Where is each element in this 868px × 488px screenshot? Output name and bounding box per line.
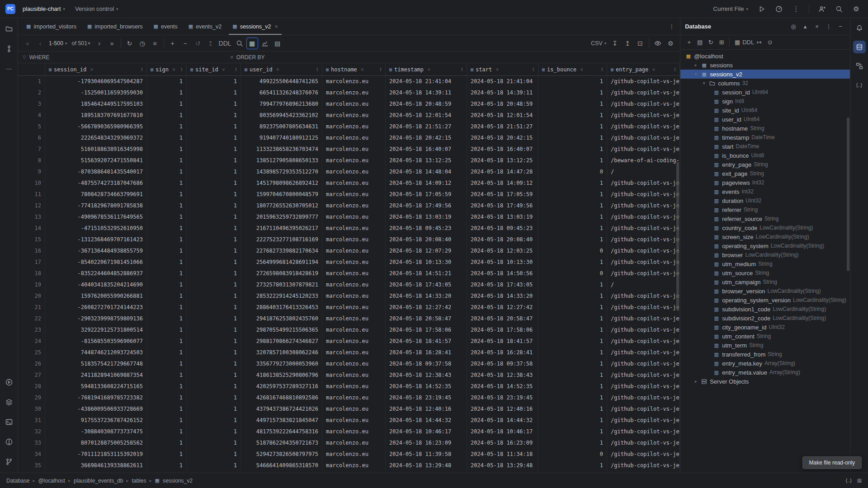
ddl-button[interactable]: DDL (217, 38, 233, 49)
cell-is_bounce[interactable]: 0 (538, 245, 607, 257)
cell-start[interactable]: 2024-05-18 09:45:23 (467, 223, 538, 234)
cell-session_id[interactable]: -7681941689785723382 (45, 392, 147, 404)
filter-icon[interactable]: ▽ (496, 67, 498, 72)
cell-is_bounce[interactable]: 1 (538, 347, 607, 358)
cell-sign[interactable]: 1 (147, 178, 187, 189)
table-row[interactable]: 10-4875574273187047686111451798098626892… (18, 178, 680, 189)
cell-hostname[interactable]: marcolenzo.eu (322, 87, 386, 99)
cell-user_id[interactable]: 803569945423362102 (241, 110, 322, 121)
detach-button[interactable]: ⊞ (717, 38, 726, 47)
cell-sign[interactable]: 1 (147, 347, 187, 358)
cell-is_bounce[interactable]: 1 (538, 381, 607, 392)
cell-user_id[interactable]: 2167110496395026217 (241, 223, 322, 234)
cell-hostname[interactable]: marcolenzo.eu (322, 178, 386, 189)
cell-session_id[interactable]: 2226548343293069372 (45, 132, 147, 144)
column-header-sign[interactable]: ▥sign▽▴▾ (147, 63, 187, 75)
more-tool-windows-button[interactable]: ⋯ (3, 62, 15, 75)
table-row[interactable]: 5-56678903659809663951189237500780563463… (18, 121, 680, 132)
table-row[interactable]: 3185464244951759510311799477976896213680… (18, 99, 680, 110)
cell-entry_page[interactable]: /github-copilot-vs-jetbrains (607, 110, 680, 121)
cell-session_id[interactable]: 2411828941069887354 (45, 370, 147, 381)
cell-sign[interactable]: 1 (147, 189, 187, 200)
sort-icon[interactable]: ▴▾ (235, 67, 237, 72)
cell-hostname[interactable]: marcolenzo.eu (322, 291, 386, 302)
cell-start[interactable]: 2024-05-18 14:44:32 (467, 415, 538, 426)
cell-site_id[interactable]: 1 (187, 313, 241, 324)
cell-sign[interactable]: 1 (147, 336, 187, 347)
cell-is_bounce[interactable]: 1 (538, 426, 607, 437)
cell-session_id[interactable]: 1597620055990266881 (45, 291, 147, 302)
filter-icon[interactable]: ▽ (580, 67, 583, 72)
cell-is_bounce[interactable]: 1 (538, 370, 607, 381)
table-row[interactable]: 34-7011121853115392019115294273826508797… (18, 449, 680, 460)
cell-user_id[interactable]: 892375007805634631 (241, 121, 322, 132)
tree-field-entry_meta.key[interactable]: ▥entry_meta.keyArray(String) (680, 359, 850, 368)
cell-hostname[interactable]: marcolenzo.eu (322, 324, 386, 336)
cell-site_id[interactable]: 1 (187, 449, 241, 460)
cell-start[interactable]: 2024-05-18 14:39:11 (467, 87, 538, 99)
cell-entry_page[interactable]: /github-copilot-vs-jetbrains (607, 449, 680, 460)
cell-hostname[interactable]: marcolenzo.eu (322, 437, 386, 449)
cell-hostname[interactable]: marcolenzo.eu (322, 200, 386, 211)
table-row[interactable]: 9-87038864814355400171114389857293535122… (18, 166, 680, 178)
tree-field-operating_system[interactable]: ▥operating_systemLowCardinality(String) (680, 241, 850, 250)
cell-sign[interactable]: 1 (147, 279, 187, 291)
table-row[interactable]: 2859481336082247151651142025975372893271… (18, 381, 680, 392)
cell-user_id[interactable]: 4379437386724421026 (241, 404, 322, 415)
cell-user_id[interactable]: 799477976896213680 (241, 99, 322, 110)
pivot-button[interactable]: ▤ (272, 38, 283, 49)
cell-site_id[interactable]: 1 (187, 189, 241, 200)
cell-is_bounce[interactable]: 1 (538, 324, 607, 336)
table-row[interactable]: 24-8156855035969060771129881708662743468… (18, 336, 680, 347)
table-row[interactable]: 17-8540220671981451066112564999681428691… (18, 257, 680, 268)
tree-view-options-button[interactable]: ⊙ (765, 38, 775, 47)
cell-is_bounce[interactable]: 1 (538, 336, 607, 347)
table-row[interactable]: 1-17930460695475042871149922550644874126… (18, 76, 680, 87)
sort-icon[interactable]: ▴▾ (316, 67, 318, 72)
cell-is_bounce[interactable]: 0 (538, 449, 607, 460)
cell-is_bounce[interactable]: 1 (538, 87, 607, 99)
cell-hostname[interactable]: marcolenzo.eu (322, 415, 386, 426)
table-row[interactable]: 32-3088403087737374751148175392226447583… (18, 426, 680, 437)
cell-session_id[interactable]: -4386009506933728669 (45, 404, 147, 415)
cell-start[interactable]: 2024-05-18 12:40:16 (467, 404, 538, 415)
cell-sign[interactable]: 1 (147, 132, 187, 144)
table-row[interactable]: 3536698461393388626111154666414098653185… (18, 460, 680, 471)
cell-timestamp[interactable]: 2024-05-18 14:44:32 (386, 415, 467, 426)
filter-icon[interactable]: ▽ (361, 67, 363, 72)
cell-entry_page[interactable]: /github-copilot-vs-jetbrains (607, 234, 680, 245)
table-row[interactable]: 15-1312368469707161423112227523277108716… (18, 234, 680, 245)
cell-sign[interactable]: 1 (147, 144, 187, 155)
cell-sign[interactable]: 1 (147, 392, 187, 404)
cell-hostname[interactable]: marcolenzo.eu (322, 404, 386, 415)
cell-site_id[interactable]: 1 (187, 132, 241, 144)
cell-is_bounce[interactable]: 1 (538, 257, 607, 268)
cell-session_id[interactable]: 5948133608224715165 (45, 381, 147, 392)
tree-field-subdivision1_code[interactable]: ▥subdivision1_codeLowCardinality(String) (680, 305, 850, 314)
table-row[interactable]: 2724118289410698873541141861385252908067… (18, 370, 680, 381)
commit-tool-button[interactable] (3, 42, 15, 55)
cell-user_id[interactable]: 2276827339882170634 (241, 245, 322, 257)
cell-sign[interactable]: 1 (147, 404, 187, 415)
cell-entry_page[interactable]: /github-copilot-vs-jetbrains (607, 132, 680, 144)
first-page-button[interactable]: « (22, 38, 33, 49)
diagram-tool-button[interactable] (853, 60, 866, 72)
cell-session_id[interactable]: -8540220671981451066 (45, 257, 147, 268)
cell-start[interactable]: 2024-05-18 16:40:07 (467, 144, 538, 155)
cell-is_bounce[interactable]: 1 (538, 313, 607, 324)
profiler-button[interactable] (773, 3, 785, 15)
cell-hostname[interactable]: marcolenzo.eu (322, 257, 386, 268)
cell-timestamp[interactable]: 2024-05-18 09:37:58 (386, 358, 467, 370)
project-tool-button[interactable] (3, 23, 15, 35)
table-row[interactable]: 18-8352244604852886937112726598083918428… (18, 268, 680, 279)
cell-timestamp[interactable]: 2024-05-18 12:40:16 (386, 404, 467, 415)
tree-field-hostname[interactable]: ▥hostnameString (680, 124, 850, 133)
cell-sign[interactable]: 1 (147, 245, 187, 257)
cell-start[interactable]: 2024-05-18 20:42:15 (467, 132, 538, 144)
cell-timestamp[interactable]: 2024-05-18 20:42:15 (386, 132, 467, 144)
cell-sign[interactable]: 1 (147, 211, 187, 223)
table-row[interactable]: 2015976200559902668811128532229142451202… (18, 291, 680, 302)
sort-icon[interactable]: ▴▾ (674, 67, 676, 72)
previous-page-button[interactable]: ‹ (34, 38, 46, 49)
cell-timestamp[interactable]: 2024-05-18 21:41:04 (386, 76, 467, 87)
